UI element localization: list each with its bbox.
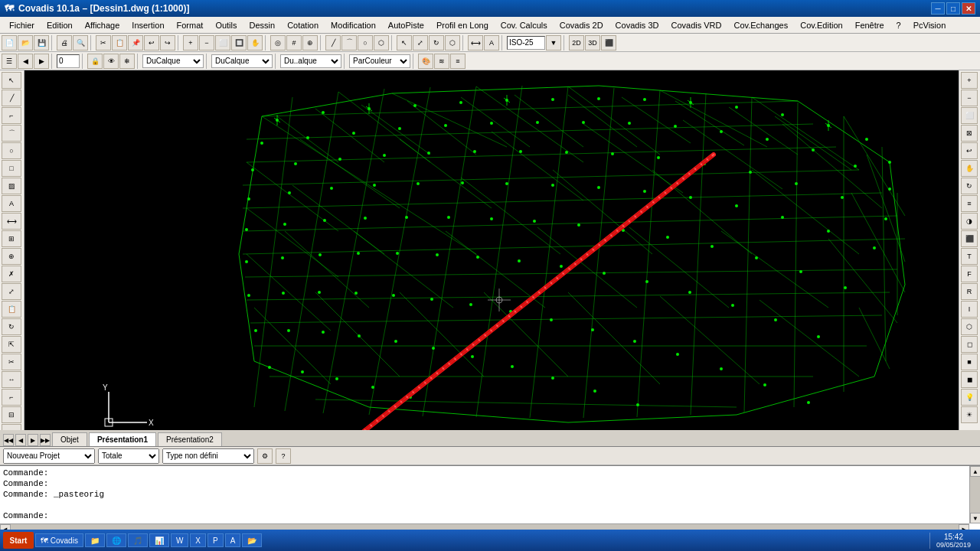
select-btn[interactable]: ↖ [397, 35, 412, 51]
menu-pcvision[interactable]: PcVision [907, 19, 952, 31]
render-btn[interactable]: ⬛ [601, 35, 616, 51]
minimize-button[interactable]: ─ [931, 2, 945, 15]
taskbar-word[interactable]: W [171, 533, 188, 547]
scale-btn[interactable]: ⬡ [445, 35, 460, 51]
menu-autopiste[interactable]: AutoPiste [382, 19, 430, 31]
snap-btn[interactable]: ◎ [270, 35, 286, 51]
lt-insert[interactable]: ⊕ [2, 248, 21, 265]
tab-presentation1[interactable]: Présentation1 [89, 432, 156, 446]
rt-zoom-prev[interactable]: ↩ [961, 142, 978, 159]
poly-btn[interactable]: ⬡ [374, 35, 389, 51]
taskbar-ppt[interactable]: P [207, 533, 224, 547]
iso-input[interactable] [507, 36, 545, 50]
lt-copy2[interactable]: 📋 [2, 301, 21, 318]
lt-offset[interactable]: ⊟ [2, 406, 21, 423]
rt-3d-orbit[interactable]: ↻ [961, 178, 978, 194]
lt-pline[interactable]: ⌐ [2, 107, 21, 124]
rt-render[interactable]: ⬛ [961, 230, 978, 247]
move-btn[interactable]: ⤢ [413, 35, 428, 51]
tab-nav-first[interactable]: ◀◀ [3, 434, 14, 446]
close-button[interactable]: ✕ [962, 2, 975, 15]
line-btn[interactable]: ╱ [325, 35, 341, 51]
rt-pan[interactable]: ✋ [961, 160, 978, 177]
layer-select-2[interactable]: DuCalque [211, 54, 273, 68]
taskbar-app1[interactable]: 📊 [149, 533, 169, 547]
view-3d-btn[interactable]: 3D [585, 35, 600, 51]
lt-move[interactable]: ⤢ [2, 283, 21, 300]
rt-hidden[interactable]: ◻ [961, 336, 978, 353]
rt-sun[interactable]: ☀ [961, 406, 978, 423]
cut-btn[interactable]: ✂ [96, 35, 111, 51]
open-btn[interactable]: 📂 [18, 35, 33, 51]
new-btn[interactable]: 📄 [2, 35, 17, 51]
menu-outils[interactable]: Outils [209, 19, 243, 31]
zoom-in-btn[interactable]: + [183, 35, 198, 51]
menu-format[interactable]: Format [171, 19, 210, 31]
rt-named-views[interactable]: ≡ [961, 195, 978, 212]
menu-cov-echanges[interactable]: Cov.Echanges [727, 19, 794, 31]
tab-presentation2[interactable]: Présentation2 [158, 432, 222, 446]
lt-trim[interactable]: ✂ [2, 354, 21, 370]
menu-cov-edition[interactable]: Cov.Edition [794, 19, 848, 31]
canvas-area[interactable]: X Y [24, 70, 959, 430]
lt-rect[interactable]: □ [2, 160, 21, 177]
copy-btn[interactable]: 📋 [112, 35, 127, 51]
menu-cotation[interactable]: Cotation [281, 19, 325, 31]
color-btn[interactable]: 🎨 [418, 54, 433, 69]
menu-affichage[interactable]: Affichage [79, 19, 126, 31]
lt-extend[interactable]: ↔ [2, 371, 21, 388]
rt-zoom-out[interactable]: − [961, 90, 978, 106]
project-settings-btn[interactable]: ⚙ [257, 448, 273, 464]
menu-covadis-2d[interactable]: Covadis 2D [554, 19, 609, 31]
rt-zoom-window[interactable]: ⬜ [961, 107, 978, 124]
lock-btn[interactable]: 🔒 [87, 54, 103, 69]
rt-zoom-all[interactable]: ⊠ [961, 125, 978, 142]
lt-dim[interactable]: ⟷ [2, 213, 21, 230]
project-select[interactable]: Nouveau Projet [3, 448, 95, 464]
menu-fichier[interactable]: Fichier [3, 19, 41, 31]
menu-fenetre[interactable]: Fenêtre [849, 19, 890, 31]
grid-btn[interactable]: # [286, 35, 302, 51]
taskbar-explorer[interactable]: 📁 [85, 533, 105, 547]
lt-line[interactable]: ╱ [2, 90, 21, 106]
undo-btn[interactable]: ↩ [144, 35, 159, 51]
lt-circle[interactable]: ○ [2, 142, 21, 159]
rt-wireframe[interactable]: ⬡ [961, 318, 978, 335]
rt-light[interactable]: 💡 [961, 389, 978, 406]
paste-btn[interactable]: 📌 [128, 35, 143, 51]
zoom-out-btn[interactable]: − [199, 35, 214, 51]
layer-number-input[interactable] [57, 54, 80, 68]
lt-block[interactable]: ⊞ [2, 230, 21, 247]
menu-help[interactable]: ? [890, 19, 907, 31]
freeze-btn[interactable]: ❄ [119, 54, 135, 69]
lt-arc[interactable]: ⌒ [2, 125, 21, 142]
view-select[interactable]: Totale [98, 448, 159, 464]
layer-select-4[interactable]: ParCouleur [349, 54, 410, 68]
lt-text[interactable]: A [2, 195, 21, 212]
menu-edition[interactable]: Edition [41, 19, 79, 31]
tab-nav-last[interactable]: ▶▶ [40, 434, 51, 446]
taskbar-acrobat[interactable]: A [225, 533, 241, 547]
rt-shade[interactable]: ◑ [961, 213, 978, 230]
rt-zoom-in[interactable]: + [961, 72, 978, 89]
rt-iso-view[interactable]: I [961, 301, 978, 318]
circle-btn[interactable]: ○ [358, 35, 373, 51]
menu-profil[interactable]: Profil en Long [430, 19, 495, 31]
taskbar-excel[interactable]: X [190, 533, 206, 547]
taskbar-files[interactable]: 📂 [242, 533, 262, 547]
rt-front-view[interactable]: F [961, 266, 978, 282]
rt-right-view[interactable]: R [961, 283, 978, 300]
lt-rotate2[interactable]: ↻ [2, 318, 21, 335]
layer-manager-btn[interactable]: ☰ [2, 54, 17, 69]
redo-btn[interactable]: ↪ [160, 35, 175, 51]
iso-btn[interactable]: ▼ [546, 35, 561, 51]
type-select[interactable]: Type non défini [162, 448, 254, 464]
pan-btn[interactable]: ✋ [247, 35, 263, 51]
taskbar-covadis[interactable]: 🗺 Covadis [35, 533, 83, 547]
save-btn[interactable]: 💾 [34, 35, 49, 51]
menu-covadis-vrd[interactable]: Covadis VRD [665, 19, 727, 31]
maximize-button[interactable]: □ [946, 2, 960, 15]
menu-covadis-3d[interactable]: Covadis 3D [609, 19, 665, 31]
lt-mirror[interactable]: ⇔ [2, 424, 21, 430]
ortho-btn[interactable]: ⊕ [302, 35, 318, 51]
